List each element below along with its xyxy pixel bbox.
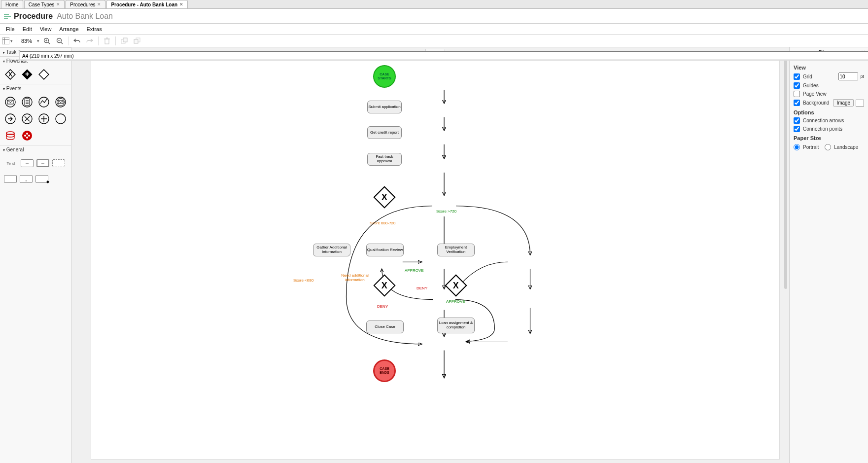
shape-event-cancel[interactable] [21,112,34,125]
landscape-radio[interactable] [825,144,831,150]
node-case-ends[interactable]: CASE ENDS [373,359,396,382]
title-bar: Procedure Auto Bank Loan [0,9,868,24]
section-general[interactable]: ▾ General [0,145,71,154]
svg-rect-17 [123,38,127,42]
node-close-case[interactable]: Close Case [366,321,404,333]
conn-points-label: Connection points [803,126,842,132]
node-get-credit-report[interactable]: Get credit report [367,126,402,139]
close-icon[interactable]: ✕ [179,2,183,7]
svg-line-11 [61,42,63,44]
svg-text:+: + [25,70,29,78]
tab-label: Procedure - Auto Bank Loan [111,2,177,7]
diagram-paper[interactable]: CASE STARTS Submit application Get credi… [91,51,779,459]
shape-box3[interactable] [52,157,65,170]
zoom-out-button[interactable] [54,36,65,46]
node-gateway-score[interactable]: X [373,186,395,208]
separator [98,36,99,45]
vertical-scrollbar[interactable] [784,52,787,289]
background-checkbox[interactable] [794,100,800,106]
shape-box1[interactable]: — [21,157,34,170]
edges-layer [91,51,779,459]
svg-point-45 [26,133,28,135]
node-gateway-emp[interactable]: X [445,274,467,296]
tab-label: Home [5,2,19,7]
delete-button[interactable] [102,36,112,46]
shape-event-none[interactable] [54,112,67,125]
tab-procedures[interactable]: Procedures✕ [66,0,105,8]
separator [115,36,116,45]
shape-event-signal[interactable] [37,96,50,108]
menu-view[interactable]: View [36,25,56,33]
shape-event-link[interactable] [4,112,17,125]
conn-points-checkbox[interactable] [794,126,800,132]
shape-box5[interactable]: ▫ [20,173,33,185]
edge-label-score-680-720: Score 680-720 [370,221,395,225]
shape-box6[interactable]: ◆ [35,173,48,185]
tab-case-types[interactable]: Case Types✕ [24,0,65,8]
menu-bar: File Edit View Arrange Extras [0,24,868,35]
grid-size-input[interactable] [838,72,858,80]
tab-label: Procedures [70,2,95,7]
page-title: Auto Bank Loan [57,12,113,21]
shape-gateway-x[interactable]: X [4,68,17,81]
background-color-swatch[interactable] [856,100,864,107]
node-gather-additional-info[interactable]: Gather Additional Information [313,244,350,256]
edge-label-deny-2: DENY [377,304,388,309]
tab-home[interactable]: Home [1,0,23,8]
svg-point-44 [28,135,30,137]
svg-rect-13 [105,39,109,44]
svg-rect-24 [39,70,49,79]
node-loan-assignment[interactable]: Loan assignment & completion [437,318,475,333]
menu-edit[interactable]: Edit [19,25,36,33]
shape-gateway-empty[interactable] [37,68,50,81]
shape-text[interactable]: Te xt [4,157,18,170]
toolbar: ▾ 83% ▾ [0,35,868,47]
redo-button[interactable] [84,36,95,46]
workspace: ▸ Task Type ▾ Flowchart X + ▾ Events [0,47,868,463]
zoom-value[interactable]: 83% [19,38,34,44]
close-icon[interactable]: ✕ [56,2,60,7]
node-gateway-review[interactable]: X [373,274,395,296]
edge-label-need-info: Need additional information [338,273,372,282]
shape-gateway-plus[interactable]: + [21,68,34,81]
section-events[interactable]: ▾ Events [0,84,71,93]
to-front-button[interactable] [119,36,130,46]
shape-event-db[interactable] [4,129,17,142]
node-qualification-review[interactable]: Qualification Review [366,244,404,256]
shape-event-message2[interactable] [54,96,67,108]
shape-event-multi[interactable] [21,129,34,142]
shape-event-message[interactable] [4,96,17,108]
conn-arrows-checkbox[interactable] [794,117,800,124]
background-image-button[interactable]: Image [833,99,854,107]
node-fast-track-approval[interactable]: Fast track approval [367,153,402,166]
close-icon[interactable]: ✕ [97,2,101,7]
canvas[interactable]: CASE STARTS Submit application Get credi… [71,47,789,463]
undo-button[interactable] [71,36,82,46]
node-submit-application[interactable]: Submit application [367,101,402,113]
pageview-checkbox[interactable] [794,91,800,97]
to-back-button[interactable] [132,36,142,46]
paper-size-select[interactable]: A4 (210 mm x 297 mm) [20,51,868,60]
zoom-in-button[interactable] [41,36,52,46]
menu-arrange[interactable]: Arrange [55,25,82,33]
shape-box4[interactable] [4,173,17,185]
menu-extras[interactable]: Extras [83,25,106,33]
menu-file[interactable]: File [2,25,19,33]
portrait-radio[interactable] [794,144,800,150]
shape-event-plus[interactable] [37,112,50,125]
tab-procedure-auto-bank-loan[interactable]: Procedure - Auto Bank Loan✕ [106,0,188,8]
guides-checkbox[interactable] [794,82,800,89]
chevron-down-icon[interactable]: ▾ [37,38,39,43]
node-employment-verification[interactable]: Employment Verification [437,244,475,256]
layout-picker-button[interactable]: ▾ [2,36,13,46]
shape-box2[interactable]: — [36,157,49,170]
chevron-down-icon: ▾ [10,38,13,43]
edge-label-score-gt-720: Score >720 [436,209,456,214]
properties-panel: Diagram ✕ View Grid pt Guides Page View … [789,47,868,463]
node-case-starts[interactable]: CASE STARTS [373,65,396,88]
grid-checkbox[interactable] [794,73,800,80]
separator [68,36,69,45]
edge-label-approve-2: APPROVE [446,299,465,304]
conn-arrows-label: Connection arrows [803,118,844,123]
shape-event-timer[interactable] [21,96,34,108]
